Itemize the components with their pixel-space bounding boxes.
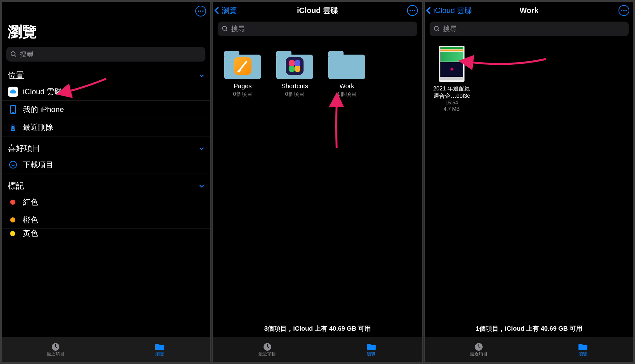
svg-line-17 (438, 30, 439, 31)
folder-sublabel: 0個項目 (285, 90, 304, 98)
folder-label: Pages (234, 83, 252, 90)
download-icon (8, 161, 18, 169)
tab-recents[interactable]: 最近項目 (47, 342, 64, 357)
trash-icon (8, 123, 18, 131)
folder-icon (366, 342, 377, 351)
svg-line-1 (15, 55, 16, 57)
file-time: 15:54 (445, 100, 458, 106)
tab-recents[interactable]: 最近項目 (258, 342, 276, 357)
back-button[interactable]: iCloud 雲碟 (426, 2, 472, 19)
folder-sublabel: 1個項目 (337, 90, 356, 98)
chevron-down-icon (198, 145, 205, 152)
location-item-label: 我的 iPhone (23, 104, 64, 115)
clock-icon (50, 342, 61, 351)
svg-rect-14 (295, 66, 300, 72)
tab-browse[interactable]: 瀏覽 (366, 342, 377, 357)
pane-icloud-drive: 瀏覽 iCloud 雲碟 搜尋 Pages 0個項目 (213, 2, 421, 362)
svg-point-0 (11, 52, 15, 56)
tag-orange-icon (10, 217, 15, 222)
tab-label: 最近項目 (47, 351, 64, 357)
more-button[interactable] (407, 5, 418, 16)
back-label: iCloud 雲碟 (433, 5, 472, 16)
pane-work-folder: iCloud 雲碟 Work 搜尋 ✦ 2021 年選配最適合企…ool3c 1… (425, 2, 633, 362)
tag-item-label: 紅色 (23, 197, 38, 207)
icloud-icon (8, 87, 18, 97)
folder-item-work[interactable]: Work 1個項目 (324, 50, 369, 98)
svg-line-10 (226, 30, 228, 31)
clock-icon (262, 342, 273, 351)
chevron-down-icon (198, 72, 205, 79)
back-button[interactable]: 瀏覽 (214, 2, 237, 19)
folder-item-shortcuts[interactable]: Shortcuts 0個項目 (272, 50, 317, 98)
tag-yellow-icon (10, 231, 15, 236)
favorite-item-label: 下載項目 (23, 160, 53, 170)
status-footer: 1個項目，iCloud 上有 40.69 GB 可用 (425, 324, 633, 337)
more-icon (410, 10, 415, 11)
folder-item-pages[interactable]: Pages 0個項目 (220, 50, 265, 98)
svg-point-16 (434, 26, 438, 30)
section-tags-title: 標記 (8, 180, 24, 191)
chevron-down-icon (198, 183, 205, 189)
tag-item-yellow[interactable]: 黃色 (2, 229, 210, 238)
chevron-left-icon (214, 6, 220, 15)
svg-point-9 (223, 26, 227, 30)
clock-icon (473, 342, 484, 351)
status-footer: 3個項目，iCloud 上有 40.69 GB 可用 (213, 324, 421, 337)
section-tags-header[interactable]: 標記 (2, 174, 210, 193)
section-favorites-header[interactable]: 喜好項目 (2, 136, 210, 156)
tab-bar: 最近項目 瀏覽 (425, 337, 633, 362)
file-name-l1: 2021 年選配最 (433, 85, 470, 92)
section-locations-header[interactable]: 位置 (2, 63, 210, 83)
file-name-l2: 適合企…ool3c (433, 93, 470, 99)
tab-browse[interactable]: 瀏覽 (154, 342, 165, 357)
pane-browse: 瀏覽 搜尋 位置 iCloud 雲碟 我的 iPhone (2, 2, 210, 362)
svg-rect-11 (289, 60, 295, 66)
svg-rect-13 (289, 66, 295, 72)
tag-item-orange[interactable]: 橙色 (2, 211, 210, 229)
tag-red-icon (10, 200, 15, 205)
folder-icon (578, 342, 588, 351)
file-item[interactable]: ✦ 2021 年選配最適合企…ool3c 15:54 4.7 MB (433, 46, 471, 112)
tab-label: 瀏覽 (155, 351, 164, 357)
phone-icon (8, 105, 18, 114)
tag-item-red[interactable]: 紅色 (2, 193, 210, 211)
tab-label: 瀏覽 (367, 351, 376, 357)
location-item-label: iCloud 雲碟 (23, 87, 62, 97)
folder-icon (276, 50, 313, 79)
location-item-icloud[interactable]: iCloud 雲碟 (2, 83, 210, 101)
search-icon (222, 25, 229, 32)
tag-item-label: 橙色 (23, 215, 38, 225)
search-input[interactable]: 搜尋 (430, 22, 629, 36)
favorite-item-downloads[interactable]: 下載項目 (2, 156, 210, 174)
tab-bar: 最近項目 瀏覽 (213, 337, 421, 362)
tab-recents[interactable]: 最近項目 (470, 342, 488, 357)
search-placeholder: 搜尋 (20, 50, 34, 59)
folder-label: Work (339, 83, 354, 90)
file-size: 4.7 MB (444, 106, 460, 112)
tab-label: 最近項目 (470, 351, 488, 357)
page-title: 瀏覽 (2, 17, 210, 44)
section-locations-title: 位置 (8, 70, 24, 81)
more-icon (198, 10, 204, 12)
folder-label: Shortcuts (281, 83, 308, 90)
more-icon (621, 10, 627, 11)
tab-label: 瀏覽 (578, 351, 587, 357)
file-thumbnail: ✦ (439, 46, 465, 82)
tab-browse[interactable]: 瀏覽 (578, 342, 588, 357)
search-input[interactable]: 搜尋 (6, 47, 205, 62)
folder-sublabel: 0個項目 (233, 90, 252, 98)
location-item-recentlydeleted[interactable]: 最近刪除 (2, 118, 210, 136)
more-button[interactable] (618, 5, 629, 16)
location-item-myiphone[interactable]: 我的 iPhone (2, 101, 210, 118)
folder-icon (154, 342, 165, 351)
back-label: 瀏覽 (222, 5, 237, 16)
more-button[interactable] (195, 6, 206, 17)
page-title: iCloud 雲碟 (297, 5, 338, 16)
search-input[interactable]: 搜尋 (218, 22, 417, 36)
svg-rect-12 (295, 60, 300, 66)
svg-point-3 (13, 112, 14, 113)
search-placeholder: 搜尋 (231, 24, 245, 34)
tab-label: 最近項目 (258, 351, 276, 357)
section-favorites-title: 喜好項目 (8, 143, 41, 154)
search-placeholder: 搜尋 (443, 24, 457, 34)
